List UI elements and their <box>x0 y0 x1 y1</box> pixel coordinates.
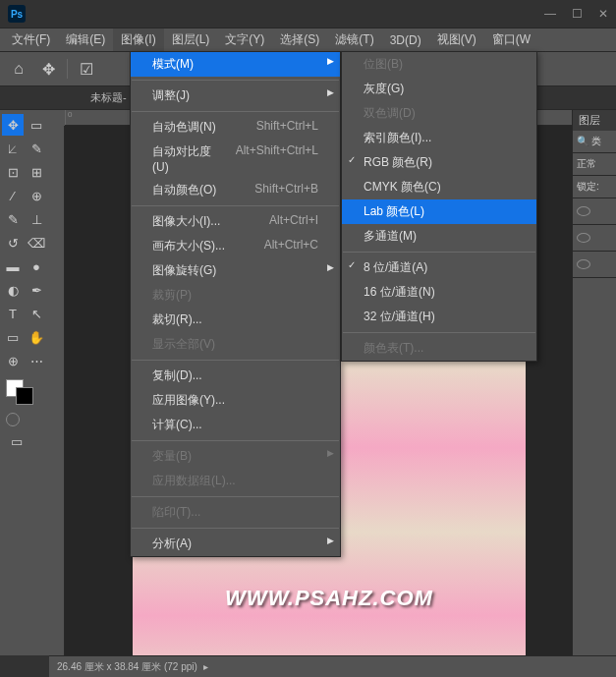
layers-panel-header[interactable]: 图层 <box>573 110 616 131</box>
menu-type[interactable]: 文字(Y) <box>217 28 272 51</box>
mode-8bit[interactable]: ✓8 位/通道(A) <box>342 255 536 280</box>
edit-toolbar[interactable]: ⋯ <box>26 350 47 371</box>
menu-apply-image[interactable]: 应用图像(Y)... <box>131 388 340 413</box>
background-color[interactable] <box>16 387 33 405</box>
mode-grayscale[interactable]: 灰度(G) <box>342 77 536 101</box>
menu-filter[interactable]: 滤镜(T) <box>327 28 381 51</box>
lasso-tool[interactable]: ⟀ <box>2 138 24 159</box>
screen-mode[interactable]: ▭ <box>6 430 28 452</box>
window-controls: — ☐ ✕ <box>544 7 608 21</box>
menu-file[interactable]: 文件(F) <box>4 28 58 51</box>
mode-rgb[interactable]: ✓RGB 颜色(R) <box>342 150 536 175</box>
visibility-icon[interactable] <box>577 206 590 216</box>
checkbox-icon[interactable]: ☑ <box>76 58 97 80</box>
mode-bitmap: 位图(B) <box>342 52 536 77</box>
clone-tool[interactable]: ⊥ <box>26 208 47 230</box>
menu-auto-contrast[interactable]: 自动对比度(U)Alt+Shift+Ctrl+L <box>131 140 340 178</box>
pen-tool[interactable]: ✒ <box>26 279 47 301</box>
menu-edit[interactable]: 编辑(E) <box>58 28 113 51</box>
menu-crop: 裁剪(P) <box>131 283 340 308</box>
tools-panel: ✥ ▭ ⟀ ✎ ⊡ ⊞ ⁄ ⊕ ✎ ⊥ ↺ ⌫ ▬ ● ◐ ✒ T ↖ ▭ ✋ … <box>0 110 49 655</box>
close-button[interactable]: ✕ <box>598 7 608 21</box>
blend-mode[interactable]: 正常 <box>573 153 616 176</box>
type-tool[interactable]: T <box>2 303 24 324</box>
menu-apply-data: 应用数据组(L)... <box>131 469 340 493</box>
ruler-vertical <box>49 126 65 655</box>
mode-16bit[interactable]: 16 位/通道(N) <box>342 280 536 305</box>
menu-adjustments[interactable]: 调整(J)▶ <box>131 84 340 108</box>
menu-auto-color[interactable]: 自动颜色(O)Shift+Ctrl+B <box>131 178 340 202</box>
mode-cmyk[interactable]: CMYK 颜色(C) <box>342 175 536 199</box>
right-panels: 图层 🔍 类 正常 锁定: <box>572 110 616 655</box>
check-icon: ✓ <box>348 154 356 165</box>
mode-lab[interactable]: Lab 颜色(L) <box>342 199 536 224</box>
mode-color-table: 颜色表(T)... <box>342 336 536 361</box>
menu-image-size[interactable]: 图像大小(I)...Alt+Ctrl+I <box>131 209 340 234</box>
path-tool[interactable]: ↖ <box>26 303 47 324</box>
watermark-text: WWW.PSAHZ.COM <box>225 586 433 611</box>
mode-indexed[interactable]: 索引颜色(I)... <box>342 126 536 150</box>
crop-tool[interactable]: ⊡ <box>2 161 24 183</box>
home-icon[interactable]: ⌂ <box>8 58 29 80</box>
visibility-icon[interactable] <box>577 233 590 243</box>
mode-submenu: 位图(B) 灰度(G) 双色调(D) 索引颜色(I)... ✓RGB 颜色(R)… <box>341 51 537 362</box>
dodge-tool[interactable]: ◐ <box>2 279 24 301</box>
maximize-button[interactable]: ☐ <box>572 7 583 21</box>
menu-canvas-size[interactable]: 画布大小(S)...Alt+Ctrl+C <box>131 234 340 258</box>
quick-select-tool[interactable]: ✎ <box>26 138 47 159</box>
history-brush-tool[interactable]: ↺ <box>2 232 24 254</box>
mode-multichannel[interactable]: 多通道(M) <box>342 224 536 249</box>
menu-rotation[interactable]: 图像旋转(G)▶ <box>131 258 340 283</box>
titlebar: Ps — ☐ ✕ <box>0 0 616 28</box>
chevron-right-icon[interactable]: ▸ <box>203 661 208 672</box>
ruler-corner <box>49 110 65 126</box>
menu-3d[interactable]: 3D(D) <box>382 30 429 50</box>
zoom-tool[interactable]: ⊕ <box>2 350 24 371</box>
gradient-tool[interactable]: ▬ <box>2 255 24 277</box>
brush-tool[interactable]: ✎ <box>2 208 24 230</box>
menu-trap: 陷印(T)... <box>131 500 340 525</box>
move-icon[interactable]: ✥ <box>37 58 59 80</box>
image-dropdown-menu: 模式(M)▶ 调整(J)▶ 自动色调(N)Shift+Ctrl+L 自动对比度(… <box>130 51 341 557</box>
hand-tool[interactable]: ✋ <box>26 326 47 348</box>
frame-tool[interactable]: ⊞ <box>26 161 47 183</box>
menu-select[interactable]: 选择(S) <box>272 28 327 51</box>
menu-analysis[interactable]: 分析(A)▶ <box>131 532 340 556</box>
minimize-button[interactable]: — <box>544 7 556 21</box>
menubar: 文件(F) 编辑(E) 图像(I) 图层(L) 文字(Y) 选择(S) 滤镜(T… <box>0 28 616 51</box>
eyedropper-tool[interactable]: ⁄ <box>2 185 24 206</box>
app-logo: Ps <box>8 5 26 23</box>
marquee-tool[interactable]: ▭ <box>26 114 47 136</box>
layer-row[interactable] <box>573 252 616 278</box>
statusbar: 26.46 厘米 x 38.84 厘米 (72 ppi) ▸ <box>49 655 616 677</box>
menu-layer[interactable]: 图层(L) <box>164 28 218 51</box>
check-icon: ✓ <box>348 259 356 270</box>
healing-tool[interactable]: ⊕ <box>26 185 47 206</box>
status-text: 26.46 厘米 x 38.84 厘米 (72 ppi) <box>57 660 197 674</box>
blur-tool[interactable]: ● <box>26 255 47 277</box>
layer-search[interactable]: 🔍 类 <box>573 131 616 153</box>
menu-calculations[interactable]: 计算(C)... <box>131 413 340 437</box>
lock-row: 锁定: <box>573 176 616 198</box>
mode-32bit[interactable]: 32 位/通道(H) <box>342 305 536 329</box>
menu-view[interactable]: 视图(V) <box>429 28 484 51</box>
menu-window[interactable]: 窗口(W <box>484 28 538 51</box>
color-swatches[interactable] <box>6 379 43 405</box>
move-tool[interactable]: ✥ <box>2 114 24 136</box>
menu-variables: 变量(B)▶ <box>131 444 340 469</box>
menu-mode[interactable]: 模式(M)▶ <box>131 52 340 77</box>
layer-row[interactable] <box>573 198 616 225</box>
mode-duotone: 双色调(D) <box>342 101 536 126</box>
document-tab[interactable]: 未标题- <box>90 90 127 105</box>
menu-auto-tone[interactable]: 自动色调(N)Shift+Ctrl+L <box>131 115 340 140</box>
menu-reveal-all: 显示全部(V) <box>131 332 340 357</box>
eraser-tool[interactable]: ⌫ <box>26 232 47 254</box>
layer-row[interactable] <box>573 225 616 252</box>
visibility-icon[interactable] <box>577 259 590 269</box>
menu-trim[interactable]: 裁切(R)... <box>131 308 340 332</box>
menu-image[interactable]: 图像(I) <box>113 28 163 51</box>
menu-duplicate[interactable]: 复制(D)... <box>131 364 340 388</box>
shape-tool[interactable]: ▭ <box>2 326 24 348</box>
quick-mask-toggle[interactable] <box>6 413 20 426</box>
